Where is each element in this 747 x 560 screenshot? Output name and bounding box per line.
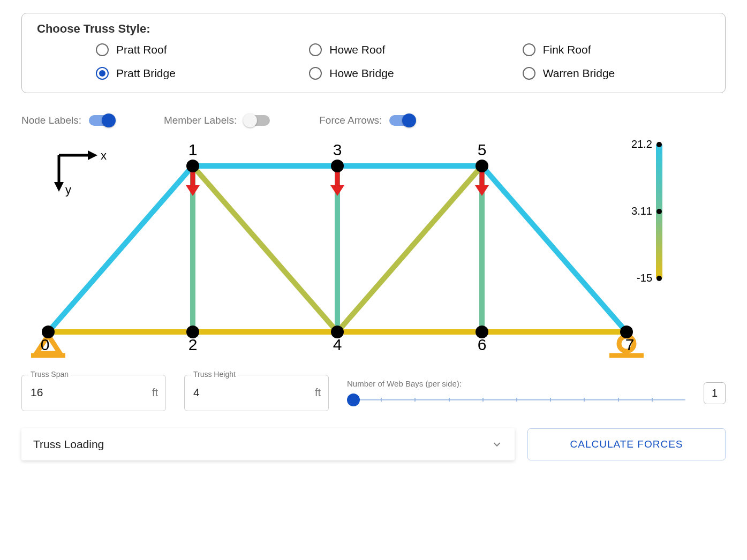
web-bays-slider[interactable] <box>347 392 685 407</box>
radio-howe-roof[interactable]: Howe Roof <box>309 43 496 56</box>
load-arrow-head <box>475 185 489 196</box>
truss-height-unit: ft <box>315 387 321 399</box>
colorbar-label: 21.2 <box>631 138 652 150</box>
node-label: 4 <box>333 336 342 353</box>
x-axis-label: x <box>101 149 107 162</box>
y-axis-label: y <box>65 183 71 196</box>
member <box>482 166 627 332</box>
force-arrows-toggle[interactable] <box>389 115 415 126</box>
radio-label: Pratt Bridge <box>116 67 176 80</box>
truss-span-unit: ft <box>152 387 158 399</box>
radio-label: Howe Bridge <box>329 67 394 80</box>
truss-loading-accordion[interactable]: Truss Loading <box>21 428 515 460</box>
node-label: 2 <box>188 336 198 353</box>
force-arrows-label: Force Arrows: <box>319 115 382 126</box>
chevron-down-icon <box>491 438 503 450</box>
colorbar-tick <box>657 209 662 214</box>
load-arrow-head <box>330 185 344 196</box>
radio-circle-icon <box>309 67 322 80</box>
node <box>476 160 488 172</box>
node-labels-label: Node Labels: <box>21 115 81 126</box>
radio-warren-bridge[interactable]: Warren Bridge <box>523 67 710 80</box>
radio-fink-roof[interactable]: Fink Roof <box>523 43 710 56</box>
node-label: 3 <box>333 141 342 158</box>
truss-style-legend: Choose Truss Style: <box>37 22 710 36</box>
truss-diagram: 01234567xy21.23.11-15 <box>21 134 726 364</box>
radio-howe-bridge[interactable]: Howe Bridge <box>309 67 496 80</box>
node-label: 1 <box>188 141 198 158</box>
radio-circle-icon <box>96 43 109 56</box>
member-labels-toggle[interactable] <box>244 115 270 126</box>
radio-circle-icon <box>309 43 322 56</box>
radio-label: Fink Roof <box>543 43 591 56</box>
node-label: 5 <box>478 141 487 158</box>
node-label: 0 <box>41 336 50 353</box>
truss-loading-title: Truss Loading <box>33 438 104 451</box>
truss-height-field[interactable]: Truss Height ft <box>184 375 329 411</box>
truss-span-label: Truss Span <box>28 370 71 379</box>
web-bays-value: 1 <box>704 382 726 404</box>
radio-circle-icon <box>523 67 535 80</box>
radio-circle-icon <box>96 67 109 80</box>
member-labels-label: Member Labels: <box>164 115 237 126</box>
member <box>193 166 337 332</box>
radio-label: Pratt Roof <box>116 43 167 56</box>
web-bays-thumb[interactable] <box>347 393 360 406</box>
load-arrow-head <box>186 185 200 196</box>
node-label: 7 <box>625 336 635 353</box>
colorbar-tick <box>657 142 662 147</box>
web-bays-label: Number of Web Bays (per side): <box>347 379 685 388</box>
truss-span-field[interactable]: Truss Span ft <box>21 375 166 411</box>
radio-label: Howe Roof <box>329 43 385 56</box>
truss-style-fieldset: Choose Truss Style: Pratt RoofHowe RoofF… <box>21 13 726 93</box>
radio-pratt-bridge[interactable]: Pratt Bridge <box>96 67 283 80</box>
member <box>337 166 482 332</box>
calculate-forces-button[interactable]: CALCULATE FORCES <box>527 428 726 460</box>
node <box>331 160 344 172</box>
radio-label: Warren Bridge <box>543 67 615 80</box>
truss-height-input[interactable] <box>192 385 267 399</box>
truss-span-input[interactable] <box>29 385 104 399</box>
node-labels-toggle[interactable] <box>89 115 115 126</box>
radio-circle-icon <box>523 43 535 56</box>
colorbar-label: 3.11 <box>631 205 652 217</box>
node-label: 6 <box>478 336 487 353</box>
y-axis-arrowhead <box>54 182 64 192</box>
colorbar-tick <box>657 276 662 281</box>
colorbar-label: -15 <box>637 272 652 284</box>
truss-svg: 01234567xy21.23.11-15 <box>21 134 675 364</box>
x-axis-arrowhead <box>88 150 97 160</box>
truss-height-label: Truss Height <box>191 370 238 379</box>
radio-pratt-roof[interactable]: Pratt Roof <box>96 43 283 56</box>
node <box>186 160 199 172</box>
